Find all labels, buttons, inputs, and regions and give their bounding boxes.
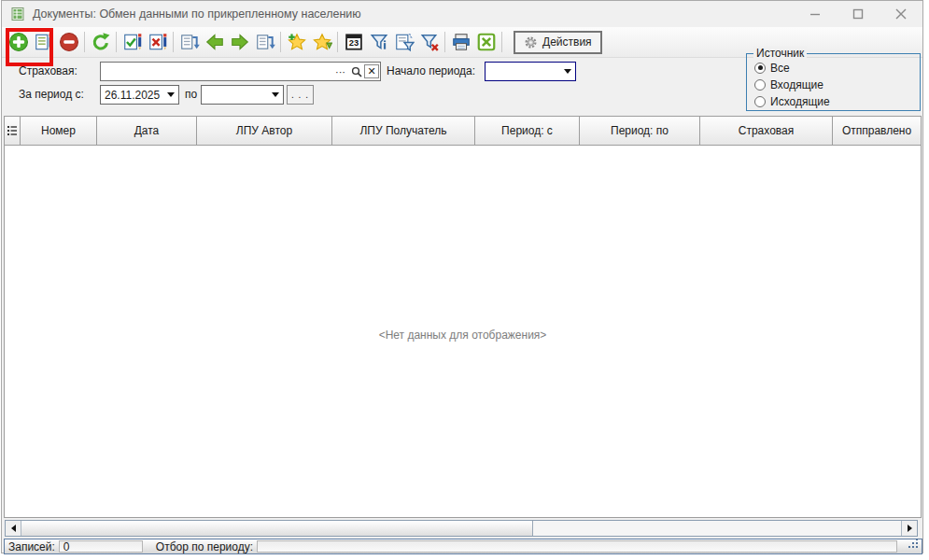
column-header-lpu-recipient[interactable]: ЛПУ Получатель: [332, 117, 475, 145]
radio-option-all[interactable]: Все: [754, 61, 920, 75]
add-icon: [8, 32, 29, 52]
arrow-right-icon: [230, 32, 250, 52]
dropdown-arrow-icon[interactable]: [163, 86, 178, 104]
records-count-value: 0: [59, 540, 143, 553]
favorites-apply-button[interactable]: [309, 30, 334, 55]
actions-button[interactable]: Действия: [514, 31, 602, 54]
column-header-sent[interactable]: Отпправлено: [833, 117, 921, 145]
app-window: Документы: Обмен данными по прикрепленно…: [1, 0, 923, 553]
status-bar: Записей: 0 Отбор по периоду:: [4, 539, 922, 554]
dropdown-arrow-icon[interactable]: [560, 63, 575, 80]
resize-grip[interactable]: [908, 539, 919, 552]
insurer-search-button[interactable]: [348, 63, 364, 80]
column-header-insurer[interactable]: Страховая: [700, 117, 833, 145]
approve-document-icon: [122, 32, 143, 52]
scrollbar-thumb[interactable]: [21, 521, 533, 536]
period-filter-value: [257, 540, 897, 553]
delete-button[interactable]: [56, 30, 81, 55]
refresh-button[interactable]: [88, 30, 113, 55]
source-groupbox-title: Источник: [753, 47, 807, 60]
filter-icon: [369, 32, 389, 52]
scroll-right-button[interactable]: [901, 521, 917, 536]
title-bar[interactable]: Документы: Обмен данными по прикрепленно…: [2, 1, 922, 27]
star-apply-icon: [312, 32, 332, 52]
radio-label: Входящие: [770, 78, 823, 91]
grid-indicator-header[interactable]: [5, 117, 21, 145]
add-button[interactable]: [6, 30, 31, 55]
first-record-button[interactable]: [176, 30, 202, 55]
empty-data-message: <Нет данных для отображения>: [5, 329, 921, 342]
minimize-button[interactable]: [794, 1, 837, 27]
column-header-number[interactable]: Номер: [21, 117, 97, 145]
calendar-button[interactable]: 23: [341, 30, 366, 55]
delete-icon: [59, 32, 79, 52]
excel-icon: [476, 32, 497, 52]
print-button[interactable]: [448, 30, 473, 55]
dropdown-arrow-icon[interactable]: [268, 86, 283, 104]
radio-icon[interactable]: [754, 79, 766, 91]
edit-button[interactable]: [31, 30, 56, 55]
approve-document-button[interactable]: [120, 30, 145, 55]
column-header-lpu-author[interactable]: ЛПУ Автор: [197, 117, 332, 145]
radio-option-incoming[interactable]: Входящие: [754, 77, 920, 91]
date-to-select[interactable]: [201, 85, 284, 105]
radio-icon[interactable]: [754, 96, 766, 107]
app-icon: [10, 7, 25, 21]
favorites-add-button[interactable]: [284, 30, 309, 55]
triangle-right-icon: [908, 525, 912, 532]
insurer-input[interactable]: ··· ✕: [100, 62, 381, 81]
arrow-left-icon: [204, 32, 225, 52]
filter-button[interactable]: [366, 30, 391, 55]
last-record-icon: [255, 32, 275, 52]
period-filter-label: Отбор по периоду:: [156, 540, 253, 553]
radio-icon[interactable]: [754, 63, 766, 74]
date-from-value: 26.11.2025: [101, 89, 163, 102]
row-list-icon: [7, 125, 18, 137]
column-header-date[interactable]: Дата: [97, 117, 197, 145]
date-to-label: по: [185, 88, 197, 101]
toolbar-separator: [337, 32, 338, 52]
gear-icon: [524, 35, 538, 49]
maximize-icon: [852, 8, 864, 20]
resize-grip-icon: [908, 539, 919, 549]
toolbar-separator: [116, 32, 117, 52]
period-start-select[interactable]: [485, 62, 576, 81]
column-header-period-to[interactable]: Период: по: [580, 117, 700, 145]
calendar-icon: 23: [344, 32, 364, 52]
next-record-button[interactable]: [227, 30, 252, 55]
horizontal-scrollbar[interactable]: [5, 520, 918, 537]
grid-header-row: Номер Дата ЛПУ Автор ЛПУ Получатель Пери…: [5, 117, 921, 146]
toolbar-separator: [84, 32, 85, 52]
reject-document-button[interactable]: [145, 30, 170, 55]
filter-clear-button[interactable]: [416, 30, 442, 55]
filter-clear-icon: [419, 32, 440, 52]
export-excel-button[interactable]: [473, 30, 499, 55]
last-record-button[interactable]: [252, 30, 277, 55]
insurer-clear-button[interactable]: ✕: [364, 64, 379, 78]
toolbar-separator: [501, 32, 502, 52]
toolbar-separator: [280, 32, 281, 52]
column-header-period-from[interactable]: Период: с: [475, 117, 580, 145]
filter-settings-button[interactable]: [391, 30, 416, 55]
insurer-label: Страховая:: [19, 64, 77, 77]
search-icon: [351, 66, 362, 77]
close-button[interactable]: [880, 1, 922, 27]
edit-icon: [34, 32, 54, 52]
previous-record-button[interactable]: [202, 30, 227, 55]
star-add-icon: [287, 32, 307, 52]
date-from-select[interactable]: 26.11.2025: [100, 85, 179, 105]
maximize-button[interactable]: [837, 1, 880, 27]
period-start-label: Начало периода:: [387, 64, 475, 77]
toolbar-separator: [173, 32, 174, 52]
print-icon: [451, 32, 472, 52]
window-controls: [794, 1, 922, 27]
svg-text:23: 23: [348, 38, 358, 48]
source-groupbox: Источник Все Входящие Исходящие: [746, 53, 921, 111]
close-icon: [895, 8, 907, 20]
period-more-button[interactable]: . . .: [287, 85, 314, 105]
refresh-icon: [91, 32, 111, 52]
radio-option-outgoing[interactable]: Исходящие: [754, 94, 920, 108]
actions-button-label: Действия: [542, 35, 592, 49]
insurer-more-button[interactable]: ···: [332, 63, 348, 80]
scroll-left-button[interactable]: [6, 521, 21, 536]
